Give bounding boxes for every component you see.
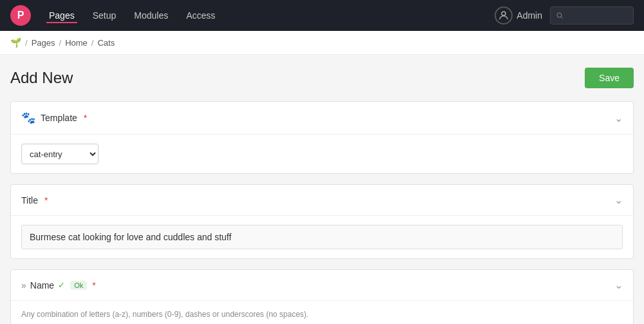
- svg-point-1: [557, 13, 562, 17]
- nav-link-modules[interactable]: Modules: [131, 8, 171, 23]
- svg-line-2: [561, 17, 563, 19]
- breadcrumb-sep-3: /: [91, 38, 94, 48]
- title-label: Title: [21, 195, 38, 205]
- breadcrumb-sep-2: /: [59, 38, 62, 48]
- search-bar[interactable]: [550, 6, 634, 24]
- title-input[interactable]: [21, 225, 623, 249]
- name-card: » Name ✓ Ok * ⌄ Any combination of lette…: [10, 269, 634, 324]
- nav-link-pages[interactable]: Pages: [46, 8, 77, 23]
- name-header-left: » Name ✓ Ok *: [21, 280, 96, 291]
- nav-link-access[interactable]: Access: [184, 8, 218, 23]
- template-select[interactable]: cat-entry default page: [21, 144, 99, 164]
- breadcrumb-pages[interactable]: Pages: [32, 38, 55, 48]
- page-header: Add New Save: [10, 68, 634, 88]
- name-card-header: » Name ✓ Ok * ⌄: [11, 270, 633, 301]
- template-card: 🐾 Template * ⌄ cat-entry default page: [10, 101, 634, 174]
- search-icon: [556, 11, 564, 20]
- title-header-left: Title *: [21, 195, 48, 205]
- breadcrumb-icon: 🌱: [10, 37, 21, 48]
- name-card-body: Any combination of letters (a-z), number…: [11, 301, 633, 324]
- name-label: Name: [30, 280, 54, 291]
- page-title: Add New: [10, 69, 73, 87]
- title-card-header: Title * ⌄: [11, 185, 633, 216]
- nav-right: Admin: [495, 6, 634, 24]
- title-card: Title * ⌄: [10, 184, 634, 259]
- name-required: *: [92, 280, 95, 291]
- template-card-header: 🐾 Template * ⌄: [11, 102, 633, 135]
- user-label: Admin: [516, 10, 542, 21]
- template-header-left: 🐾 Template *: [21, 111, 87, 125]
- save-button-top[interactable]: Save: [585, 68, 634, 88]
- name-check-icon: ✓: [58, 280, 65, 290]
- top-nav: P Pages Setup Modules Access Admin: [0, 0, 644, 31]
- user-menu[interactable]: Admin: [495, 6, 542, 24]
- title-card-body: [11, 216, 633, 258]
- breadcrumb-sep-1: /: [25, 38, 28, 48]
- breadcrumb: 🌱 / Pages / Home / Cats: [0, 31, 644, 55]
- template-required: *: [84, 113, 87, 123]
- title-required: *: [44, 195, 48, 205]
- nav-link-setup[interactable]: Setup: [90, 8, 119, 23]
- page-content: Add New Save 🐾 Template * ⌄ cat-entry de…: [0, 55, 644, 324]
- name-chevron-icon[interactable]: ⌄: [614, 279, 623, 291]
- template-chevron-icon[interactable]: ⌄: [614, 112, 623, 124]
- double-arrow-icon: »: [21, 280, 26, 291]
- nav-links: Pages Setup Modules Access: [46, 8, 479, 23]
- logo[interactable]: P: [10, 5, 31, 26]
- logo-text: P: [17, 10, 24, 21]
- breadcrumb-cats: Cats: [97, 38, 115, 48]
- title-chevron-icon[interactable]: ⌄: [614, 194, 623, 206]
- name-hint: Any combination of letters (a-z), number…: [21, 310, 623, 319]
- name-ok-badge: Ok: [70, 281, 87, 290]
- template-card-body: cat-entry default page: [11, 135, 633, 173]
- template-icon: 🐾: [21, 111, 35, 125]
- svg-point-0: [502, 12, 506, 15]
- search-input[interactable]: [567, 11, 628, 21]
- breadcrumb-home[interactable]: Home: [65, 38, 88, 48]
- template-label: Template: [41, 113, 77, 123]
- user-avatar-icon: [495, 6, 513, 24]
